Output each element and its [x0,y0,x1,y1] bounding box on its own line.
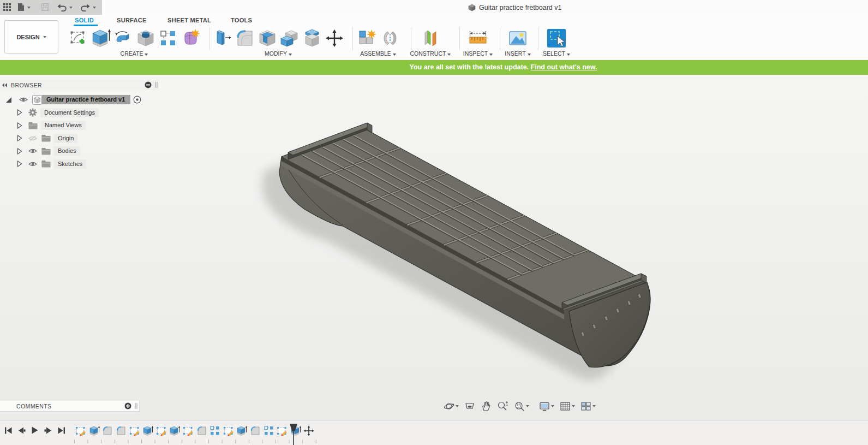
play-button[interactable] [31,426,39,435]
browser-item-document-settings[interactable]: Document Settings [0,106,159,120]
split-body-button[interactable] [301,26,323,50]
group-label-create[interactable]: CREATE [67,50,201,57]
timeline-feature-move[interactable] [302,424,316,437]
timeline-feature-fillet[interactable] [249,424,262,437]
fillet-button[interactable] [234,26,256,50]
display-settings-caret[interactable] [551,405,554,407]
select-button[interactable] [544,26,568,50]
fretboard-model[interactable] [246,93,671,399]
visibility-eye-icon[interactable] [19,97,28,103]
go-to-start-button[interactable] [4,426,13,435]
banner-link[interactable]: Find out what's new. [531,63,597,71]
extrude-button[interactable] [89,26,112,50]
insert-image-button[interactable] [506,26,530,50]
measure-button[interactable] [466,26,490,50]
expand-arrow-icon[interactable] [17,161,22,167]
browser-item-bodies[interactable]: Bodies [0,145,159,158]
browser-root-row[interactable]: Guitar practice fretboard v1 [0,93,159,106]
tab-tools[interactable]: TOOLS [231,17,252,23]
expand-arrow-expanded-icon[interactable] [5,96,12,103]
construction-plane-button[interactable] [418,26,442,50]
file-menu-caret[interactable] [27,7,31,9]
visibility-eye-icon[interactable] [28,148,37,154]
joint-button[interactable] [378,26,402,50]
timeline-feature-sketch[interactable] [74,424,88,437]
app-grid-icon[interactable] [3,3,11,11]
pan-tool[interactable] [479,401,493,412]
fit-tool[interactable] [512,401,531,412]
create-form-button[interactable] [179,26,201,50]
viewports-caret[interactable] [592,405,596,407]
grid-display-tool[interactable] [558,401,577,412]
timeline-feature-extrude[interactable] [235,424,249,437]
timeline-feature-extrude[interactable] [168,424,182,437]
shell-button[interactable] [256,26,278,50]
timeline-feature-sketch[interactable] [222,424,236,437]
display-settings-tool[interactable] [537,401,556,412]
timeline-feature-pattern[interactable] [262,424,276,437]
move-button[interactable] [323,26,345,50]
timeline-feature-fillet[interactable] [195,424,208,437]
panel-resize-handle[interactable] [135,403,137,409]
group-label-modify[interactable]: MODIFY [211,50,345,57]
group-label-construct[interactable]: CONSTRUCT [406,50,454,57]
orbit-caret[interactable] [456,405,459,407]
tab-sheet-metal[interactable]: SHEET METAL [167,17,211,23]
timeline-feature-fillet[interactable] [115,424,128,437]
timeline-feature-fillet[interactable] [101,424,115,437]
grid-display-caret[interactable] [572,405,575,407]
undo-icon[interactable] [57,3,67,11]
panel-expand-icon[interactable] [124,402,131,410]
step-back-button[interactable] [17,426,26,435]
fit-caret[interactable] [526,405,529,407]
browser-item-sketches[interactable]: Sketches [0,158,159,171]
timeline-feature-sketch[interactable] [128,424,141,437]
tab-solid[interactable]: SOLID [75,17,94,23]
new-component-button[interactable] [355,26,378,50]
group-label-select[interactable]: SELECT [537,50,576,57]
comments-header[interactable]: COMMENTS [0,401,139,411]
browser-header[interactable]: BROWSER [0,80,159,90]
group-label-inspect[interactable]: INSPECT [458,50,498,57]
undo-menu-caret[interactable] [69,7,73,9]
tab-surface[interactable]: SURFACE [117,17,147,23]
zoom-tool[interactable] [495,401,510,412]
save-icon[interactable] [41,3,49,11]
revolve-button[interactable] [112,26,134,50]
expand-arrow-icon[interactable] [17,148,22,155]
press-pull-button[interactable] [211,26,234,50]
timeline-feature-extrude[interactable] [88,424,101,437]
redo-icon[interactable] [81,3,90,11]
visibility-eye-hidden-icon[interactable] [28,135,37,141]
create-sketch-button[interactable] [67,26,89,50]
look-at-tool[interactable] [463,401,477,412]
viewports-tool[interactable] [579,401,597,412]
timeline-playhead[interactable] [289,424,298,445]
timeline-feature-sketch[interactable] [182,424,195,437]
file-icon[interactable] [18,3,25,11]
expand-arrow-icon[interactable] [17,135,22,141]
group-label-assemble[interactable]: ASSEMBLE [355,50,402,57]
combine-button[interactable] [278,26,301,50]
step-forward-button[interactable] [44,426,52,435]
redo-menu-caret[interactable] [93,7,96,9]
design-workspace-button[interactable]: DESIGN [4,20,58,54]
timeline-feature-sketch[interactable] [155,424,169,437]
viewport-canvas[interactable]: BROWSER Guitar practice fret [0,75,868,445]
orbit-tool[interactable] [442,401,460,412]
visibility-eye-icon[interactable] [28,161,37,167]
timeline-feature-extrude[interactable] [141,424,155,437]
browser-root-label[interactable]: Guitar practice fretboard v1 [42,95,130,104]
panel-minimize-icon[interactable] [145,81,152,88]
hole-button[interactable] [134,26,157,50]
group-label-insert[interactable]: INSERT [498,50,537,57]
rectangular-pattern-button[interactable] [157,26,179,50]
timeline-feature-sketch[interactable] [276,424,289,437]
browser-item-origin[interactable]: Origin [0,132,159,145]
panel-resize-handle[interactable] [155,82,158,88]
browser-item-named-views[interactable]: Named Views [0,119,159,132]
collapse-panel-icon[interactable] [2,83,8,87]
expand-arrow-icon[interactable] [17,109,22,116]
go-to-end-button[interactable] [57,426,65,435]
expand-arrow-icon[interactable] [17,122,22,129]
